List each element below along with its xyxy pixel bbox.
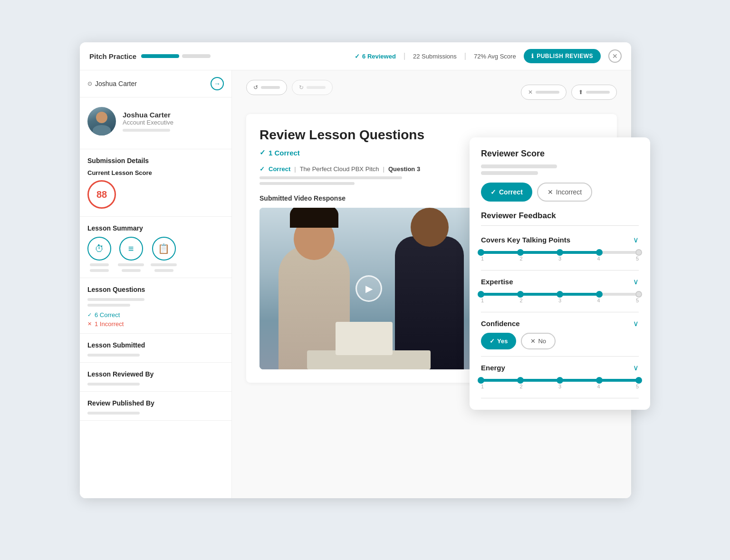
badge-check-icon: ✓ <box>259 148 266 157</box>
covers-key-section: Covers Key Talking Points ∨ 1 2 3 4 <box>481 229 639 270</box>
bc-question: Question 3 <box>388 165 420 173</box>
confidence-chevron[interactable]: ∨ <box>633 319 639 328</box>
covers-key-label: Covers Key Talking Points <box>481 236 570 244</box>
slider-dot-5 <box>635 249 642 256</box>
en-dot-2 <box>517 377 524 384</box>
laptop <box>336 322 393 355</box>
separator-2: | <box>464 52 466 60</box>
avg-score: 72% Avg Score <box>474 53 516 60</box>
submissions-count: 22 Submissions <box>413 53 457 60</box>
person-right-head <box>411 208 449 247</box>
energy-chevron[interactable]: ∨ <box>633 363 639 372</box>
person-right-body <box>395 236 464 369</box>
next-user-button[interactable]: → <box>211 77 224 90</box>
incorrect-btn-label: Incorrect <box>556 188 582 196</box>
lesson-submitted-section: Lesson Submitted <box>80 334 231 363</box>
e-dot-5 <box>635 291 642 298</box>
incorrect-button[interactable]: ✕ Incorrect <box>537 183 592 202</box>
video-thumbnail[interactable]: ▶ <box>259 208 478 369</box>
lesson-submitted-title: Lesson Submitted <box>87 341 224 349</box>
forward-button[interactable]: ↻ <box>292 80 333 95</box>
expertise-slider[interactable]: 1 2 3 4 5 <box>481 291 639 305</box>
en-label-5: 5 <box>636 384 639 389</box>
check-icon: ✓ <box>355 53 360 60</box>
incorrect-count-label: 1 Incorrect <box>95 320 124 328</box>
correct-count-row: ✓ 6 Correct <box>87 311 224 319</box>
expertise-chevron[interactable]: ∨ <box>633 277 639 286</box>
slider-fill-2 <box>481 293 599 296</box>
slider-dot-2 <box>517 249 524 256</box>
expertise-section: Expertise ∨ 1 2 3 4 5 <box>481 270 639 312</box>
slider-dot-4 <box>596 249 603 256</box>
reviewed-count: 6 Reviewed <box>362 53 396 60</box>
correct-button[interactable]: ✓ Correct <box>481 183 532 202</box>
separator-1: | <box>403 52 405 60</box>
doc-tab[interactable] <box>182 54 211 58</box>
incorrect-btn-x-icon: ✕ <box>548 188 553 196</box>
covers-key-header: Covers Key Talking Points ∨ <box>481 235 639 244</box>
lesson-summary-icons: ⏱ ≡ 📋 <box>87 237 224 272</box>
export-bar <box>586 91 610 94</box>
review-published-title: Review Published By <box>87 399 224 407</box>
slider-labels-2: 1 2 3 4 5 <box>481 298 639 303</box>
profile-bar <box>123 129 170 132</box>
reviewer-panel: Reviewer Score ✓ Correct ✕ Incorrect Rev… <box>470 137 650 410</box>
yes-no-row: ✓ Yes ✕ No <box>481 333 639 349</box>
reviewer-panel-title: Reviewer Score <box>481 149 639 159</box>
profile-row: Joshua Carter Account Executive <box>87 107 224 135</box>
export-icon: ⬆ <box>578 89 583 96</box>
submitted-bar <box>87 354 140 357</box>
questions-bars <box>87 298 224 307</box>
no-label: No <box>538 338 546 345</box>
covers-key-slider[interactable]: 1 2 3 4 5 <box>481 249 639 263</box>
energy-slider[interactable]: 1 2 3 4 5 <box>481 377 639 391</box>
no-button[interactable]: ✕ No <box>521 333 556 349</box>
label-5: 5 <box>636 256 639 261</box>
label-3: 3 <box>558 256 561 261</box>
export-button[interactable]: ⬆ <box>571 85 617 100</box>
yes-check-icon: ✓ <box>490 338 495 345</box>
lesson-summary-section: Lesson Summary ⏱ ≡ 📋 <box>80 217 231 278</box>
submission-details-section: Submission Details Current Lesson Score … <box>80 149 231 217</box>
back-button[interactable]: ↺ <box>246 80 287 95</box>
clear-button[interactable]: ✕ <box>521 85 567 100</box>
publish-icon: ℹ <box>531 53 534 59</box>
covers-key-chevron[interactable]: ∨ <box>633 235 639 244</box>
e-dot-2 <box>517 291 524 298</box>
forward-icon: ↻ <box>299 84 304 91</box>
chevron-icon: ⊙ <box>87 80 92 87</box>
top-bar-left: Pitch Practice <box>89 52 211 60</box>
slider-labels-3: 1 2 3 4 5 <box>481 384 639 389</box>
top-bar: Pitch Practice ✓ 6 Reviewed | 22 Submiss… <box>80 42 631 70</box>
sidebar-profile: Joshua Carter Account Executive <box>80 97 231 149</box>
close-button[interactable]: ✕ <box>608 49 622 63</box>
correct-btn-label: Correct <box>499 188 523 196</box>
profile-info: Joshua Carter Account Executive <box>123 111 173 132</box>
publish-reviews-button[interactable]: ℹ PUBLISH REVIEWS <box>524 49 601 63</box>
reviewer-score-bar-2 <box>481 171 538 175</box>
profile-role: Account Executive <box>123 119 173 126</box>
confidence-section: Confidence ∨ ✓ Yes ✕ No <box>481 312 639 357</box>
e-dot-1 <box>478 291 484 298</box>
yes-label: Yes <box>497 338 508 345</box>
score-buttons: ✓ Correct ✕ Incorrect <box>481 183 639 202</box>
book-tab[interactable] <box>141 54 179 58</box>
yes-button[interactable]: ✓ Yes <box>481 333 516 349</box>
summary-icon-1: ⏱ <box>87 237 111 272</box>
timer-icon: ⏱ <box>87 237 111 261</box>
en-label-1: 1 <box>481 384 484 389</box>
person-left-hair <box>290 208 338 228</box>
sidebar-nav: ⊙ Joshua Carter → <box>80 70 231 97</box>
e-label-4: 4 <box>597 298 600 303</box>
published-bar <box>87 412 140 415</box>
play-button[interactable]: ▶ <box>355 275 382 302</box>
bc-course: The Perfect Cloud PBX Pitch <box>300 165 379 173</box>
content-bar-2 <box>259 182 355 185</box>
expertise-header: Expertise ∨ <box>481 277 639 286</box>
nav-row: ↺ ↻ ✕ ⬆ <box>246 80 617 105</box>
slider-labels-1: 1 2 3 4 5 <box>481 256 639 261</box>
en-label-2: 2 <box>519 384 522 389</box>
lesson-summary-title: Lesson Summary <box>87 224 224 232</box>
icon-label-bar-1 <box>90 263 109 266</box>
avatar <box>87 107 116 135</box>
